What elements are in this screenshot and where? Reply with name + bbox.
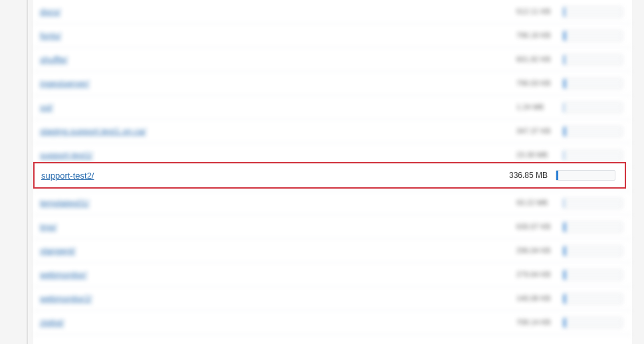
table-row[interactable]: docs/512.11 KB — [33, 0, 632, 24]
table-row[interactable]: staging.support.test1.on.ca/347.37 KB — [33, 120, 632, 143]
directory-name-link[interactable]: webmonitor/ — [40, 270, 511, 280]
directory-size: 93.22 MB — [516, 199, 558, 208]
directory-size: 796.18 KB — [516, 31, 558, 41]
usage-bar — [563, 7, 623, 17]
usage-cell — [563, 31, 625, 41]
usage-bar — [563, 246, 623, 256]
directory-name-link[interactable]: shuffle/ — [40, 54, 511, 64]
directory-size: 23.38 MB — [516, 151, 558, 160]
directory-size: 296.04 KB — [516, 246, 558, 256]
usage-fill — [564, 270, 566, 280]
usage-fill — [564, 127, 566, 136]
usage-bar — [563, 150, 623, 161]
table-row[interactable]: webmonitor2/140.08 KB — [33, 287, 632, 311]
usage-fill — [564, 318, 566, 327]
usage-cell — [563, 150, 625, 161]
page-container: docs/512.11 KBfonts/796.18 KBshuffle/601… — [0, 0, 644, 344]
usage-fill — [564, 222, 566, 232]
table-row[interactable]: fonts/796.18 KB — [33, 24, 632, 48]
directory-name-link[interactable]: ziplist/ — [40, 317, 511, 327]
usage-fill — [564, 294, 566, 303]
table-row[interactable]: tmp/630.07 KB — [33, 215, 632, 239]
directory-name-link[interactable]: docs/ — [40, 7, 511, 17]
usage-bar — [563, 198, 623, 209]
directory-name-link[interactable]: tmp/ — [40, 222, 511, 232]
highlighted-row[interactable]: support-test2/ 336.85 MB — [33, 162, 626, 189]
usage-bar — [556, 170, 615, 181]
usage-fill — [564, 79, 566, 88]
directory-size: 279.64 KB — [516, 270, 558, 280]
table-row[interactable]: webmonitor/279.64 KB — [33, 263, 632, 287]
usage-cell — [563, 294, 625, 304]
table-row[interactable]: templates01/93.22 MB — [33, 191, 632, 215]
usage-fill — [564, 7, 565, 17]
usage-bar — [563, 31, 623, 41]
table-row[interactable]: ziplist/708.14 KB — [33, 311, 632, 335]
usage-bar — [563, 222, 623, 232]
usage-bar — [563, 102, 623, 113]
directory-size: 347.37 KB — [516, 127, 558, 136]
usage-bar — [563, 317, 623, 328]
usage-fill — [556, 171, 558, 180]
directory-name-link[interactable]: templates01/ — [40, 198, 511, 208]
usage-cell — [563, 7, 625, 17]
usage-cell — [563, 126, 625, 137]
directory-name-link[interactable]: webmonitor2/ — [40, 294, 511, 303]
usage-cell — [563, 198, 625, 209]
table-row[interactable]: ingestserver/796.03 KB — [33, 72, 632, 96]
usage-bar — [563, 270, 623, 280]
usage-cell — [563, 54, 625, 65]
usage-cell — [563, 270, 625, 280]
directory-name-link[interactable]: vtangent/ — [40, 246, 511, 256]
usage-cell — [563, 317, 625, 328]
usage-cell — [563, 102, 625, 113]
directory-size: 601.82 KB — [516, 55, 558, 64]
directory-size: 512.11 KB — [516, 7, 558, 17]
usage-fill — [564, 55, 565, 64]
usage-cell — [556, 170, 618, 181]
usage-fill — [564, 151, 564, 160]
directory-name-link[interactable]: staging.support.test1.on.ca/ — [40, 126, 511, 136]
sidebar-edge — [27, 0, 28, 344]
directory-size: 796.03 KB — [516, 79, 558, 88]
usage-fill — [564, 199, 564, 208]
usage-cell — [563, 222, 625, 232]
usage-fill — [564, 31, 566, 41]
table-row[interactable]: ssl/1.24 MB — [33, 96, 632, 120]
directory-name-link[interactable]: fonts/ — [40, 31, 511, 41]
directory-name-link[interactable]: support-test2/ — [41, 171, 504, 181]
directory-name-link[interactable]: ssl/ — [40, 102, 511, 112]
usage-bar — [563, 126, 623, 137]
directory-size: 630.07 KB — [516, 222, 558, 232]
directory-size: 140.08 KB — [516, 294, 558, 303]
directory-name-link[interactable]: support-test1/ — [40, 150, 511, 160]
usage-bar — [563, 78, 623, 89]
usage-cell — [563, 246, 625, 256]
usage-cell — [563, 78, 625, 89]
directory-size: 708.14 KB — [516, 318, 558, 327]
usage-bar — [563, 54, 623, 65]
directory-size: 1.24 MB — [516, 103, 558, 112]
directory-name-link[interactable]: ingestserver/ — [40, 78, 511, 88]
usage-bar — [563, 294, 623, 304]
usage-fill — [564, 103, 564, 112]
table-row[interactable]: vtangent/296.04 KB — [33, 239, 632, 263]
directory-size: 336.85 MB — [509, 171, 550, 181]
usage-fill — [564, 246, 566, 256]
table-row[interactable]: shuffle/601.82 KB — [33, 48, 632, 72]
